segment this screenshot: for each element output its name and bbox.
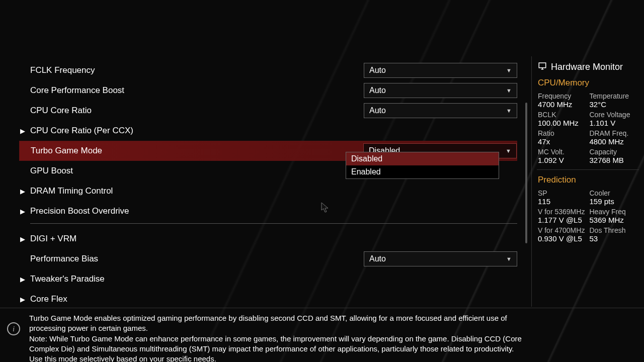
gear-icon[interactable] [118,23,128,35]
prediction-heading: Prediction [538,175,638,185]
day-text: Friday [7,29,40,35]
core-voltage-value: 1.101 V [590,119,638,127]
tab-main[interactable]: Main [95,42,116,55]
caret-right-icon: ▶ [20,188,25,195]
temp-label: Temperature [590,92,638,100]
mc-volt-label: MC Volt. [538,148,587,156]
dos-thresh-label: Dos Thresh [590,226,638,234]
caret-right-icon: ▶ [20,296,25,303]
dram-freq-value: 4800 MHz [590,137,638,146]
aura-label: AURA(F4) [471,24,511,34]
tab-extreme-tweaker[interactable]: Extreme Tweaker [129,42,203,55]
vfor2-label: V for 4700MHz [538,226,587,234]
temp-value: 32°C [590,100,638,109]
help-footer: i Turbo Game Mode enables optimized gami… [0,308,644,362]
bias-select[interactable]: Auto ▼ [364,251,517,266]
cpb-label: Core Performance Boost [19,85,364,96]
resize-bar-label: ReSize BAR [531,24,578,34]
bclk-value: 100.00 MHz [538,119,587,127]
tab-exit[interactable]: Exit [380,42,396,55]
tab-tool[interactable]: Tool [349,42,367,55]
divider [537,169,639,170]
date-block: 11/01/2024 Friday [7,22,40,35]
tab-my-favorites[interactable]: My Favorites [27,42,82,55]
fclk-value: Auto [369,66,386,75]
qfan-button[interactable]: Qfan(F6) [278,24,325,34]
vfor2-value: 0.930 V @L5 [538,234,587,243]
svg-rect-9 [539,63,546,68]
fclk-select[interactable]: Auto ▼ [364,63,517,78]
dos-thresh-value: 53 [590,234,638,243]
tab-monitor[interactable]: Monitor [272,42,303,55]
setting-core-flex[interactable]: ▶ Core Flex [19,289,517,307]
cooler-label: Cooler [590,189,638,197]
cooler-value: 159 pts [590,197,638,206]
scrollbar[interactable] [525,103,527,243]
hardware-monitor-panel: Hardware Monitor CPU/Memory Frequency470… [531,56,644,307]
core-voltage-label: Core Voltage [590,111,638,119]
cpb-value: Auto [369,86,386,95]
aura-button[interactable]: AURA(F4) [459,24,511,34]
ai-oc-button[interactable]: AI OC(F11) [333,24,388,34]
my-favorite-label: My Favorite(F3) [210,24,270,34]
setting-fclk-frequency[interactable]: FCLK Frequency Auto ▼ [19,60,517,80]
search-label: Search(F9) [408,24,451,34]
freq-label: Frequency [538,92,587,100]
tgm-option-disabled[interactable]: Disabled [346,152,499,165]
ratio-label: Ratio [538,129,587,137]
setting-cpu-core-ratio[interactable]: CPU Core Ratio Auto ▼ [19,101,517,121]
caret-right-icon: ▶ [20,208,25,215]
ratio-value: 47x [538,137,587,146]
svg-text:?: ? [399,26,403,32]
app-title: UEFI BIOS Utility - Advanced Mode [41,6,215,19]
vfor1-value: 1.177 V @L5 [538,216,587,224]
tgm-label: Turbo Game Mode [20,146,363,156]
chevron-down-icon: ▼ [506,148,511,154]
my-favorite-button[interactable]: My Favorite(F3) [198,24,270,34]
bias-label: Performance Bias [19,254,364,264]
caret-right-icon: ▶ [20,127,25,135]
help-text: Turbo Game Mode enables optimized gaming… [29,313,522,362]
setting-dram-timing-control[interactable]: ▶ DRAM Timing Control [19,181,517,201]
heavy-freq-label: Heavy Freq [590,208,638,216]
dram-label: DRAM Timing Control [19,186,517,196]
setting-tweakers-paradise[interactable]: ▶ Tweaker's Paradise [19,269,517,289]
mc-volt-value: 1.092 V [538,156,587,164]
chevron-down-icon: ▼ [506,67,512,73]
monitor-icon [538,61,547,73]
freq-value: 4700 MHz [538,100,587,109]
fclk-label: FCLK Frequency [19,65,364,75]
setting-cpu-core-ratio-per-ccx[interactable]: ▶ CPU Core Ratio (Per CCX) [19,121,517,141]
tab-boot[interactable]: Boot [316,42,336,55]
clock-text: 15:23 [59,20,100,37]
setting-core-performance-boost[interactable]: Core Performance Boost Auto ▼ [19,80,517,101]
sp-label: SP [538,189,587,197]
chevron-down-icon: ▼ [506,108,512,114]
info-icon: i [7,322,20,335]
divider [30,223,517,224]
dram-freq-label: DRAM Freq. [590,129,638,137]
ai-oc-label: AI OC(F11) [345,24,388,34]
coreflex-label: Core Flex [19,294,517,304]
svg-point-7 [462,27,465,30]
ccr-value: Auto [369,106,386,115]
setting-performance-bias[interactable]: Performance Bias Auto ▼ [19,249,517,269]
language-label: English [162,24,190,34]
search-button[interactable]: ? Search(F9) [396,24,451,34]
tab-advanced[interactable]: Advanced [216,42,259,55]
tgm-option-enabled[interactable]: Enabled [346,165,499,178]
cpb-select[interactable]: Auto ▼ [364,83,517,98]
digi-label: DIGI + VRM [19,234,517,244]
hwmon-title: Hardware Monitor [551,62,623,72]
caret-right-icon: ▶ [20,276,25,283]
language-selector[interactable]: English [149,24,190,34]
cpu-memory-heading: CPU/Memory [538,78,638,88]
vfor1-label: V for 5369MHz [538,208,587,216]
resize-bar-button[interactable]: ReSize BAR [519,24,578,34]
sp-value: 115 [538,197,587,206]
ccr-select[interactable]: Auto ▼ [364,103,517,118]
chevron-down-icon: ▼ [506,87,512,94]
setting-digi-vrm[interactable]: ▶ DIGI + VRM [19,229,517,249]
setting-precision-boost-overdrive[interactable]: ▶ Precision Boost Overdrive [19,201,517,221]
qfan-label: Qfan(F6) [290,24,325,34]
